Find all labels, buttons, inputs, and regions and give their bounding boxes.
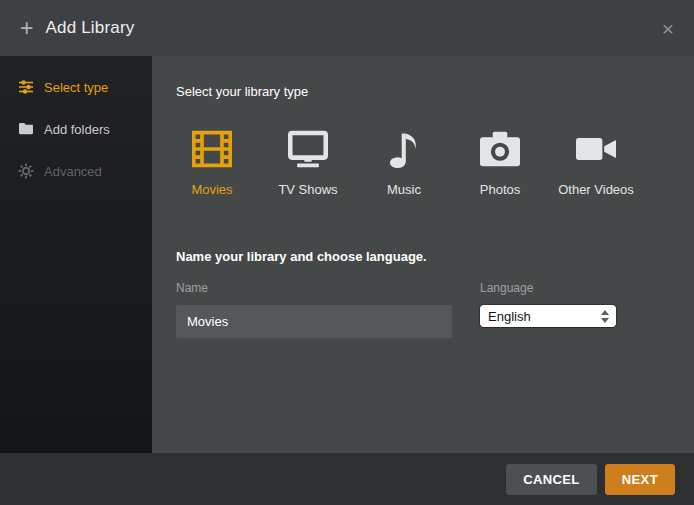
dialog-header: + Add Library ×: [0, 0, 694, 56]
name-field: Name: [176, 281, 452, 338]
dialog-footer: CANCEL NEXT: [0, 453, 694, 505]
sidebar-item-label: Select type: [44, 80, 108, 95]
sidebar-item-advanced[interactable]: Advanced: [0, 150, 152, 192]
fields-row: Name Language English: [176, 281, 670, 338]
library-type-tv-shows[interactable]: TV Shows: [272, 129, 344, 197]
library-type-label: Music: [387, 182, 421, 197]
library-type-label: Other Videos: [558, 182, 634, 197]
library-type-label: TV Shows: [278, 182, 337, 197]
type-lines-icon: [18, 79, 34, 95]
sidebar-item-label: Advanced: [44, 164, 102, 179]
select-stepper-icon: [601, 310, 611, 323]
cancel-button[interactable]: CANCEL: [506, 464, 597, 495]
name-section-heading: Name your library and choose language.: [176, 249, 670, 264]
library-type-photos[interactable]: Photos: [464, 129, 536, 197]
sidebar-item-label: Add folders: [44, 122, 110, 137]
language-label: Language: [480, 281, 616, 295]
add-library-dialog: + Add Library ×: [0, 0, 694, 505]
library-type-other-videos[interactable]: Other Videos: [560, 129, 632, 197]
library-type-music[interactable]: Music: [368, 129, 440, 197]
library-type-row: Movies TV Shows: [176, 129, 670, 197]
film-icon: [190, 129, 234, 169]
main-content: Select your library type Movies: [152, 56, 694, 453]
music-note-icon: [382, 129, 426, 169]
gear-icon: [18, 163, 34, 179]
camera-icon: [478, 129, 522, 169]
video-camera-icon: [574, 129, 618, 169]
tv-icon: [286, 129, 330, 169]
library-name-input[interactable]: [176, 305, 452, 338]
library-type-label: Movies: [191, 182, 232, 197]
folder-icon: [18, 121, 34, 137]
sidebar: Select type Add folders: [0, 56, 152, 453]
library-type-label: Photos: [480, 182, 520, 197]
library-type-heading: Select your library type: [176, 84, 670, 99]
library-type-movies[interactable]: Movies: [176, 129, 248, 197]
sidebar-item-select-type[interactable]: Select type: [0, 66, 152, 108]
dialog-title: Add Library: [45, 18, 134, 38]
language-select[interactable]: English: [480, 305, 616, 327]
language-select-value: English: [488, 309, 601, 324]
sidebar-item-add-folders[interactable]: Add folders: [0, 108, 152, 150]
language-field: Language English: [480, 281, 616, 338]
name-label: Name: [176, 281, 452, 295]
close-icon[interactable]: ×: [662, 18, 674, 39]
plus-icon: +: [20, 17, 33, 40]
next-button[interactable]: NEXT: [605, 464, 675, 495]
dialog-body: Select type Add folders: [0, 56, 694, 453]
